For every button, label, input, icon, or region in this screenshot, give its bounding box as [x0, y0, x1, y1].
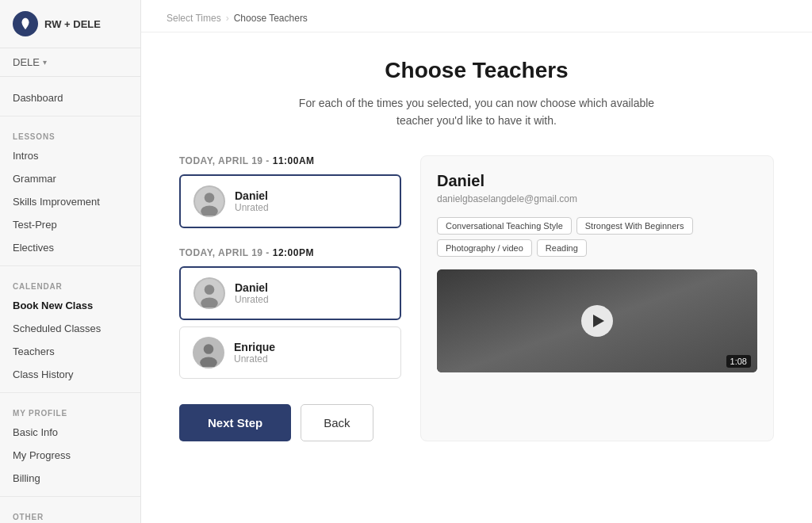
teacher-info-daniel1: Daniel Unrated [235, 189, 269, 213]
session-2-teacher-cards: Daniel Unrated [179, 266, 401, 379]
session-1-label: TODAY, APRIL 19 - 11:00AM [179, 155, 401, 166]
role-label: DELE [13, 56, 40, 68]
teacher-name-daniel1: Daniel [235, 189, 269, 202]
teacher-detail-name: Daniel [437, 172, 757, 190]
sidebar-item-grammar[interactable]: Grammar [0, 167, 140, 190]
teacher-avatar-daniel2 [193, 277, 225, 309]
lessons-section-label: LESSONS [0, 129, 140, 144]
svg-point-1 [205, 193, 215, 203]
video-duration: 1:08 [726, 355, 751, 368]
teacher-detail-panel: Daniel danielgbaselangdele@gmail.com Con… [420, 155, 774, 441]
teacher-name-enrique: Enrique [234, 341, 275, 353]
session-1-teacher-cards: Daniel Unrated [179, 174, 401, 228]
nav-other-section: OTHER Get Free Time Help Logout [0, 500, 140, 523]
teacher-tags: Conversational Teaching Style Strongest … [437, 217, 757, 257]
sidebar-item-intros[interactable]: Intros [0, 144, 140, 167]
sidebar-item-dashboard[interactable]: Dashboard [0, 86, 140, 109]
calendar-section-label: CALENDAR [0, 279, 140, 294]
breadcrumb-step1[interactable]: Select Times [167, 13, 221, 24]
nav-calendar-section: CALENDAR Book New Class Scheduled Classe… [0, 269, 140, 389]
nav-dashboard-section: Dashboard [0, 77, 140, 113]
teacher-info-daniel2: Daniel Unrated [235, 281, 269, 305]
teacher-card-enrique[interactable]: Enrique Unrated [179, 326, 401, 379]
logo-icon [13, 11, 38, 36]
teacher-card-daniel-session2[interactable]: Daniel Unrated [179, 266, 401, 320]
tag-beginners: Strongest With Beginners [576, 217, 693, 235]
sidebar-item-testprep[interactable]: Test-Prep [0, 213, 140, 236]
teacher-rating-enrique: Unrated [234, 353, 275, 365]
session-1-time: 11:00AM [273, 155, 315, 166]
sidebar-item-teachers[interactable]: Teachers [0, 340, 140, 363]
page-description: For each of the times you selected, you … [179, 94, 774, 130]
two-column-layout: TODAY, APRIL 19 - 11:00AM [179, 155, 774, 441]
teacher-info-enrique: Enrique Unrated [234, 341, 275, 365]
tag-reading: Reading [537, 239, 587, 257]
teacher-avatar-daniel1 [193, 185, 225, 217]
breadcrumb-step2: Choose Teachers [234, 13, 308, 24]
session-2-time: 12:00PM [273, 247, 314, 258]
teacher-video-thumbnail[interactable]: 1:08 [437, 269, 757, 372]
session-2: TODAY, APRIL 19 - 12:00PM [179, 247, 401, 379]
next-step-button[interactable]: Next Step [179, 404, 291, 441]
sidebar: RW + DELE DELE ▾ Dashboard LESSONS Intro… [0, 0, 141, 523]
page-title: Choose Teachers [179, 58, 774, 83]
sidebar-item-skills[interactable]: Skills Improvement [0, 190, 140, 213]
teacher-avatar-enrique [193, 337, 224, 368]
page-content: Choose Teachers For each of the times yo… [141, 32, 812, 523]
back-button[interactable]: Back [301, 404, 373, 441]
sidebar-item-book-new[interactable]: Book New Class [0, 294, 140, 317]
other-section-label: OTHER [0, 510, 140, 523]
breadcrumb: Select Times › Choose Teachers [141, 0, 812, 32]
teacher-rating-daniel1: Unrated [235, 202, 269, 213]
svg-point-7 [204, 344, 214, 354]
main-content: Select Times › Choose Teachers Choose Te… [141, 0, 812, 523]
action-bar: Next Step Back [179, 404, 401, 441]
nav-profile-section: MY PROFILE Basic Info My Progress Billin… [0, 396, 140, 493]
video-play-button[interactable] [581, 305, 613, 337]
sidebar-logo-text: RW + DELE [44, 18, 101, 30]
tag-photography: Photography / video [437, 239, 532, 257]
nav-lessons-section: LESSONS Intros Grammar Skills Improvemen… [0, 120, 140, 262]
sidebar-item-electives[interactable]: Electives [0, 236, 140, 259]
teacher-name-daniel2: Daniel [235, 281, 269, 294]
teacher-detail-email: danielgbaselangdele@gmail.com [437, 193, 757, 204]
sessions-column: TODAY, APRIL 19 - 11:00AM [179, 155, 401, 441]
sidebar-item-billing[interactable]: Billing [0, 467, 140, 490]
session-2-label: TODAY, APRIL 19 - 12:00PM [179, 247, 401, 258]
sidebar-item-scheduled[interactable]: Scheduled Classes [0, 317, 140, 340]
session-1: TODAY, APRIL 19 - 11:00AM [179, 155, 401, 228]
chevron-down-icon: ▾ [43, 58, 47, 67]
svg-point-4 [205, 284, 215, 295]
tag-conversational: Conversational Teaching Style [437, 217, 572, 235]
teacher-rating-daniel2: Unrated [235, 294, 269, 305]
teacher-card-daniel-session1[interactable]: Daniel Unrated [179, 174, 401, 228]
profile-section-label: MY PROFILE [0, 406, 140, 421]
breadcrumb-separator: › [226, 13, 229, 24]
sidebar-item-history[interactable]: Class History [0, 363, 140, 386]
sidebar-item-progress[interactable]: My Progress [0, 444, 140, 467]
sidebar-logo: RW + DELE [0, 0, 140, 48]
sidebar-role-selector[interactable]: DELE ▾ [0, 48, 140, 77]
sidebar-item-basic-info[interactable]: Basic Info [0, 421, 140, 444]
